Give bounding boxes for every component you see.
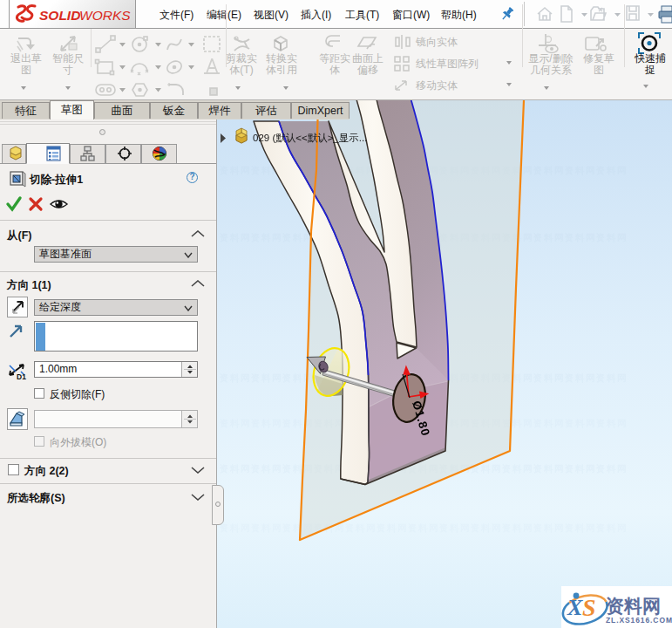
svg-text:ZL.XS1616.COM: ZL.XS1616.COM (606, 616, 672, 625)
svg-text:X: X (567, 595, 583, 620)
svg-text:D1: D1 (17, 372, 26, 380)
svg-text:WORKS: WORKS (79, 8, 131, 23)
svg-text:资料网资料网资料网资料网资料网资料网资料网资料网资料网资料网: 资料网资料网资料网资料网资料网资料网资料网资料网资料网资料网资料网资料网资料网 (220, 522, 628, 533)
svg-text:029 (默认<<默认>_显示...: 029 (默认<<默认>_显示... (253, 133, 367, 143)
svg-text:SOLID: SOLID (39, 8, 80, 23)
svg-text:资料网: 资料网 (606, 596, 661, 616)
svg-text:S: S (582, 594, 596, 621)
